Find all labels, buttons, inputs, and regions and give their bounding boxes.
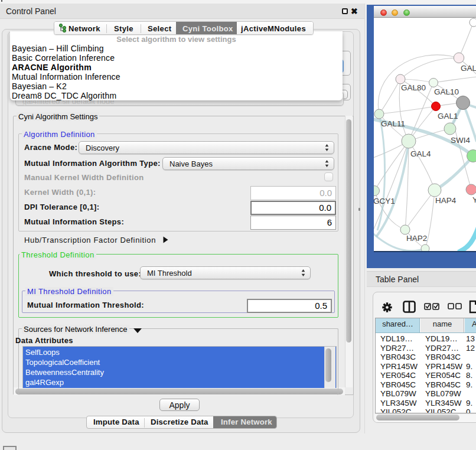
- svg-text:GAL11: GAL11: [381, 119, 405, 128]
- svg-text:GAL1: GAL1: [438, 112, 458, 120]
- svg-text:GAL80: GAL80: [401, 83, 426, 92]
- svg-text:GAL4: GAL4: [410, 149, 431, 158]
- svg-text:SWI4: SWI4: [451, 136, 470, 145]
- svg-text:HAP4: HAP4: [435, 196, 457, 205]
- svg-text:Y: Y: [472, 195, 476, 204]
- svg-text:GAL: GAL: [461, 64, 476, 73]
- svg-text:GAL10: GAL10: [434, 87, 459, 96]
- svg-text:HAP2: HAP2: [406, 234, 427, 243]
- svg-text:GCY1: GCY1: [374, 197, 395, 206]
